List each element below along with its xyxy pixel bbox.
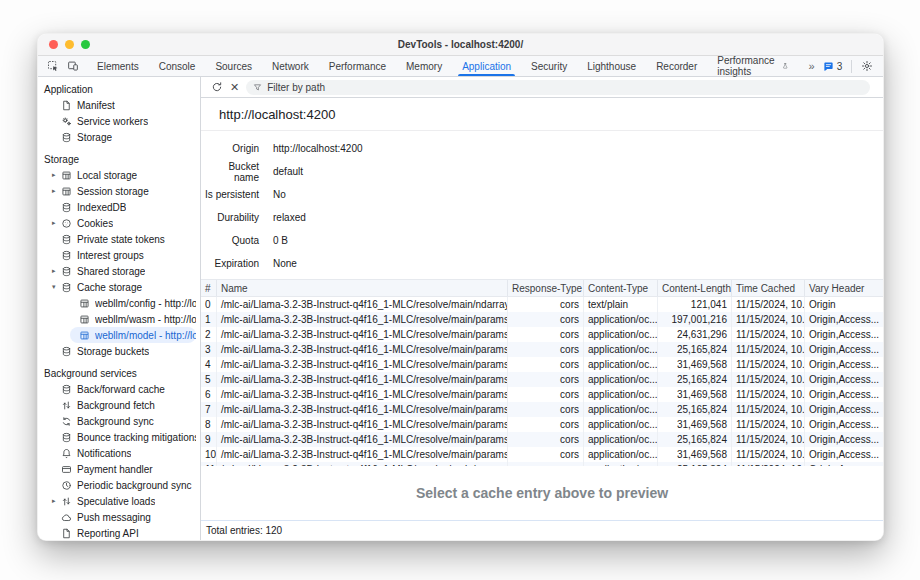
cell-response-type: cors	[508, 432, 584, 447]
table-row[interactable]: 4 /mlc-ai/Llama-3.2-3B-Instruct-q4f16_1-…	[201, 357, 883, 372]
sidebar-item[interactable]: ▸ Shared storage	[52, 263, 196, 279]
metadata-row: Origin http://localhost:4200	[201, 137, 883, 160]
sidebar-item[interactable]: ▸ Session storage	[52, 183, 196, 199]
sidebar-item-label: Storage buckets	[77, 346, 149, 357]
sidebar-item[interactable]: ▸ Speculative loads	[52, 493, 196, 509]
column-header[interactable]: Content-Length	[658, 280, 732, 296]
flask-icon	[782, 61, 788, 71]
settings-gear-icon[interactable]	[861, 60, 873, 72]
tab-label: Memory	[406, 61, 442, 72]
panel-tab[interactable]: Sources	[205, 56, 262, 76]
panel-tab[interactable]: Lighthouse	[577, 56, 646, 76]
panel-tab[interactable]: Application	[452, 56, 521, 76]
sidebar-item-icon	[61, 186, 72, 197]
column-header[interactable]: Time Cached	[732, 280, 805, 296]
sidebar-item-label: Periodic background sync	[77, 480, 192, 491]
sidebar-item[interactable]: Push messaging	[52, 509, 196, 525]
expander-icon[interactable]: ▾	[52, 283, 61, 291]
metadata-label: Quota	[201, 235, 259, 246]
column-header[interactable]: Content-Type	[584, 280, 658, 296]
panel-tab[interactable]: Network	[262, 56, 319, 76]
maximize-window-button[interactable]	[81, 40, 90, 49]
panel-tab[interactable]: Memory	[396, 56, 452, 76]
sidebar-item-icon	[61, 202, 72, 213]
sidebar-item[interactable]: Storage	[52, 129, 196, 145]
kebab-menu-icon[interactable]: ⋮	[882, 60, 884, 73]
table-row[interactable]: 10 /mlc-ai/Llama-3.2-3B-Instruct-q4f16_1…	[201, 447, 883, 462]
panel-tab[interactable]: Performance insights	[707, 56, 798, 76]
inspect-element-icon[interactable]	[47, 60, 59, 72]
expander-icon[interactable]: ▸	[52, 219, 61, 227]
expander-icon[interactable]: ▸	[52, 171, 61, 179]
sidebar-item-icon	[61, 282, 72, 293]
table-row[interactable]: 2 /mlc-ai/Llama-3.2-3B-Instruct-q4f16_1-…	[201, 327, 883, 342]
table-row[interactable]: 5 /mlc-ai/Llama-3.2-3B-Instruct-q4f16_1-…	[201, 372, 883, 387]
sidebar-item[interactable]: ▾ Cache storage	[52, 279, 196, 295]
cell-content-length: 197,001,216	[658, 312, 732, 327]
total-entries: Total entries: 120	[206, 525, 282, 536]
issues-counter[interactable]: 3	[823, 61, 843, 72]
expander-icon[interactable]: ▸	[52, 267, 61, 275]
column-header[interactable]: Response-Type	[508, 280, 584, 296]
expander-icon[interactable]: ▸	[52, 187, 61, 195]
sidebar-item[interactable]: webllm/wasm - http://loca...	[70, 311, 196, 327]
cell-index: 2	[201, 327, 217, 342]
sidebar-item[interactable]: Background sync	[52, 413, 196, 429]
cell-content-type: application/oc...	[584, 357, 658, 372]
sidebar-item[interactable]: Payment handler	[52, 461, 196, 477]
sidebar-item[interactable]: Service workers	[52, 113, 196, 129]
sidebar-item[interactable]: ▸ Cookies	[52, 215, 196, 231]
sidebar-item[interactable]: Bounce tracking mitigations	[52, 429, 196, 445]
column-header[interactable]: Vary Header	[805, 280, 883, 296]
cache-table-header: # Name Response-Type Content-Type Conten…	[201, 279, 883, 297]
sidebar-item[interactable]: Back/forward cache	[52, 381, 196, 397]
cell-content-type: application/oc...	[584, 387, 658, 402]
refresh-icon[interactable]	[211, 81, 223, 93]
table-row[interactable]: 1 /mlc-ai/Llama-3.2-3B-Instruct-q4f16_1-…	[201, 312, 883, 327]
cell-time-cached: 11/15/2024, 10...	[732, 387, 805, 402]
sidebar-item[interactable]: webllm/config - http://loc...	[70, 295, 196, 311]
panel-tab[interactable]: Security	[521, 56, 577, 76]
cell-name: /mlc-ai/Llama-3.2-3B-Instruct-q4f16_1-ML…	[217, 447, 508, 462]
cell-time-cached: 11/15/2024, 10...	[732, 432, 805, 447]
minimize-window-button[interactable]	[65, 40, 74, 49]
sidebar-item[interactable]: webllm/model - http://loc...	[70, 327, 196, 343]
sidebar-item[interactable]: Periodic background sync	[52, 477, 196, 493]
table-row[interactable]: 3 /mlc-ai/Llama-3.2-3B-Instruct-q4f16_1-…	[201, 342, 883, 357]
filter-placeholder: Filter by path	[267, 82, 325, 93]
filter-input[interactable]: Filter by path	[246, 80, 870, 95]
status-bar: Total entries: 120	[201, 520, 883, 540]
sidebar-item[interactable]: Manifest	[52, 97, 196, 113]
sidebar-item[interactable]: IndexedDB	[52, 199, 196, 215]
close-window-button[interactable]	[49, 40, 58, 49]
sidebar-item[interactable]: Background fetch	[52, 397, 196, 413]
filter-funnel-icon	[253, 83, 262, 92]
panel-tab[interactable]: Performance	[319, 56, 396, 76]
table-row[interactable]: 0 /mlc-ai/Llama-3.2-3B-Instruct-q4f16_1-…	[201, 297, 883, 312]
expander-icon[interactable]: ▸	[52, 497, 61, 505]
sidebar-item[interactable]: Reporting API	[52, 525, 196, 540]
sidebar-item-label: Private state tokens	[77, 234, 165, 245]
device-toolbar-icon[interactable]	[67, 60, 79, 72]
clear-icon[interactable]: ✕	[230, 82, 239, 93]
sidebar-item[interactable]: Private state tokens	[52, 231, 196, 247]
table-row[interactable]: 8 /mlc-ai/Llama-3.2-3B-Instruct-q4f16_1-…	[201, 417, 883, 432]
sidebar-section-storage: Storage ▸ Local storage ▸ Session s	[38, 152, 200, 359]
table-row[interactable]: 9 /mlc-ai/Llama-3.2-3B-Instruct-q4f16_1-…	[201, 432, 883, 447]
sidebar-item[interactable]: ▸ Local storage	[52, 167, 196, 183]
column-header[interactable]: Name	[217, 280, 508, 296]
panel-tab[interactable]: Elements	[87, 56, 149, 76]
metadata-label: Origin	[201, 143, 259, 154]
devtools-window: DevTools - localhost:4200/ Elements Cons…	[37, 33, 884, 541]
tab-label: Elements	[97, 61, 139, 72]
column-header[interactable]: #	[201, 280, 217, 296]
sidebar-item[interactable]: Storage buckets	[52, 343, 196, 359]
sidebar-item[interactable]: Notifications	[52, 445, 196, 461]
table-row[interactable]: 6 /mlc-ai/Llama-3.2-3B-Instruct-q4f16_1-…	[201, 387, 883, 402]
cell-time-cached: 11/15/2024, 10...	[732, 327, 805, 342]
panel-tab[interactable]: Console	[149, 56, 206, 76]
panel-tab[interactable]: Recorder	[646, 56, 707, 76]
more-tabs-icon[interactable]: »	[809, 60, 814, 72]
table-row[interactable]: 7 /mlc-ai/Llama-3.2-3B-Instruct-q4f16_1-…	[201, 402, 883, 417]
sidebar-item[interactable]: Interest groups	[52, 247, 196, 263]
